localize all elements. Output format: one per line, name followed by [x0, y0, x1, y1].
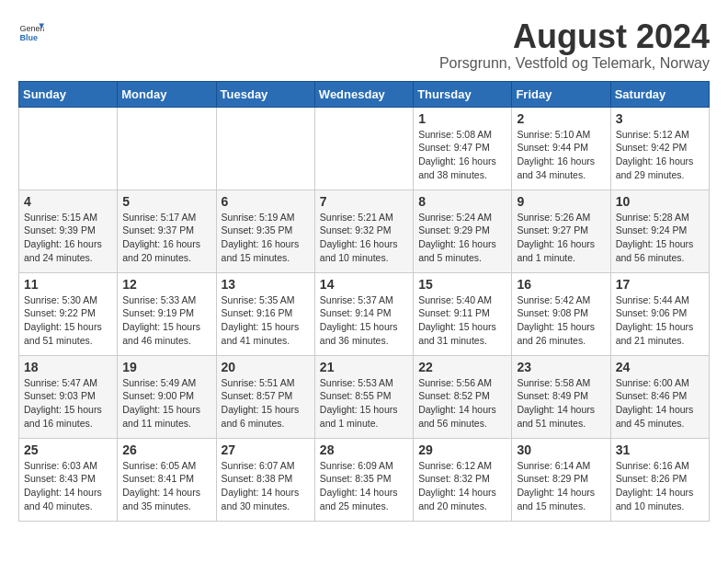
calendar-cell: 23Sunrise: 5:58 AMSunset: 8:49 PMDayligh… [512, 355, 610, 438]
calendar-cell: 4Sunrise: 5:15 AMSunset: 9:39 PMDaylight… [19, 190, 118, 272]
calendar-cell: 7Sunrise: 5:21 AMSunset: 9:32 PMDaylight… [314, 190, 413, 272]
calendar-cell: 6Sunrise: 5:19 AMSunset: 9:35 PMDaylight… [216, 190, 314, 272]
calendar-cell: 12Sunrise: 5:33 AMSunset: 9:19 PMDayligh… [118, 272, 216, 355]
calendar-week-5: 25Sunrise: 6:03 AMSunset: 8:43 PMDayligh… [19, 438, 710, 521]
calendar-cell: 19Sunrise: 5:49 AMSunset: 9:00 PMDayligh… [118, 355, 216, 438]
calendar-cell: 29Sunrise: 6:12 AMSunset: 8:32 PMDayligh… [414, 438, 512, 521]
calendar-week-1: 1Sunrise: 5:08 AMSunset: 9:47 PMDaylight… [19, 107, 710, 190]
calendar-cell [216, 107, 314, 190]
calendar-cell: 11Sunrise: 5:30 AMSunset: 9:22 PMDayligh… [19, 272, 118, 355]
day-number: 7 [320, 194, 408, 209]
calendar-cell: 31Sunrise: 6:16 AMSunset: 8:26 PMDayligh… [610, 438, 709, 521]
day-number: 8 [418, 194, 506, 209]
calendar-cell: 28Sunrise: 6:09 AMSunset: 8:35 PMDayligh… [314, 438, 413, 521]
day-number: 4 [24, 194, 112, 209]
day-info: Sunrise: 5:12 AMSunset: 9:42 PMDaylight:… [616, 128, 704, 182]
header-sunday: Sunday [19, 81, 118, 107]
calendar-cell: 2Sunrise: 5:10 AMSunset: 9:44 PMDaylight… [512, 107, 610, 190]
calendar-cell: 5Sunrise: 5:17 AMSunset: 9:37 PMDaylight… [118, 190, 216, 272]
calendar-subtitle: Porsgrunn, Vestfold og Telemark, Norway [439, 55, 710, 72]
day-number: 25 [24, 442, 112, 457]
day-info: Sunrise: 5:49 AMSunset: 9:00 PMDaylight:… [122, 376, 210, 431]
day-info: Sunrise: 5:51 AMSunset: 8:57 PMDaylight:… [222, 376, 310, 431]
calendar-table: Sunday Monday Tuesday Wednesday Thursday… [18, 81, 710, 522]
day-info: Sunrise: 5:26 AMSunset: 9:27 PMDaylight:… [517, 211, 605, 265]
calendar-week-3: 11Sunrise: 5:30 AMSunset: 9:22 PMDayligh… [19, 272, 710, 355]
day-number: 18 [24, 360, 112, 374]
calendar-cell: 17Sunrise: 5:44 AMSunset: 9:06 PMDayligh… [610, 272, 709, 355]
title-section: August 2024 Porsgrunn, Vestfold og Telem… [439, 18, 710, 72]
day-info: Sunrise: 5:58 AMSunset: 8:49 PMDaylight:… [517, 376, 605, 431]
day-info: Sunrise: 5:10 AMSunset: 9:44 PMDaylight:… [517, 128, 605, 182]
day-info: Sunrise: 5:47 AMSunset: 9:03 PMDaylight:… [24, 376, 112, 431]
header-wednesday: Wednesday [314, 81, 413, 107]
day-info: Sunrise: 6:00 AMSunset: 8:46 PMDaylight:… [616, 376, 704, 431]
day-number: 29 [418, 442, 506, 457]
day-number: 9 [517, 194, 605, 209]
day-number: 19 [122, 360, 210, 374]
day-number: 20 [222, 360, 310, 374]
day-number: 1 [418, 111, 506, 126]
calendar-cell: 21Sunrise: 5:53 AMSunset: 8:55 PMDayligh… [314, 355, 413, 438]
day-number: 30 [517, 442, 605, 457]
day-number: 5 [122, 194, 210, 209]
logo: General Blue [18, 18, 44, 44]
day-number: 21 [320, 360, 408, 374]
calendar-cell: 1Sunrise: 5:08 AMSunset: 9:47 PMDaylight… [414, 107, 512, 190]
day-number: 27 [222, 442, 310, 457]
day-info: Sunrise: 5:56 AMSunset: 8:52 PMDaylight:… [418, 376, 506, 431]
day-number: 13 [222, 277, 310, 292]
svg-text:Blue: Blue [19, 33, 38, 42]
calendar-cell: 14Sunrise: 5:37 AMSunset: 9:14 PMDayligh… [314, 272, 413, 355]
calendar-cell: 25Sunrise: 6:03 AMSunset: 8:43 PMDayligh… [19, 438, 118, 521]
day-info: Sunrise: 6:09 AMSunset: 8:35 PMDaylight:… [320, 459, 408, 513]
calendar-cell: 3Sunrise: 5:12 AMSunset: 9:42 PMDaylight… [610, 107, 709, 190]
day-number: 6 [222, 194, 310, 209]
day-info: Sunrise: 6:05 AMSunset: 8:41 PMDaylight:… [122, 459, 210, 513]
day-info: Sunrise: 5:08 AMSunset: 9:47 PMDaylight:… [418, 128, 506, 182]
calendar-cell: 10Sunrise: 5:28 AMSunset: 9:24 PMDayligh… [610, 190, 709, 272]
day-number: 22 [418, 360, 506, 374]
day-number: 17 [616, 277, 704, 292]
calendar-cell: 24Sunrise: 6:00 AMSunset: 8:46 PMDayligh… [610, 355, 709, 438]
header-friday: Friday [512, 81, 610, 107]
calendar-cell: 13Sunrise: 5:35 AMSunset: 9:16 PMDayligh… [216, 272, 314, 355]
day-info: Sunrise: 5:37 AMSunset: 9:14 PMDaylight:… [320, 293, 408, 348]
calendar-title: August 2024 [439, 18, 710, 55]
day-info: Sunrise: 5:44 AMSunset: 9:06 PMDaylight:… [616, 293, 704, 348]
day-info: Sunrise: 5:28 AMSunset: 9:24 PMDaylight:… [616, 211, 704, 265]
day-info: Sunrise: 5:19 AMSunset: 9:35 PMDaylight:… [222, 211, 310, 265]
header-tuesday: Tuesday [216, 81, 314, 107]
day-info: Sunrise: 5:40 AMSunset: 9:11 PMDaylight:… [418, 293, 506, 348]
day-number: 23 [517, 360, 605, 374]
calendar-cell [314, 107, 413, 190]
day-info: Sunrise: 5:33 AMSunset: 9:19 PMDaylight:… [122, 293, 210, 348]
day-info: Sunrise: 5:15 AMSunset: 9:39 PMDaylight:… [24, 211, 112, 265]
header-row: Sunday Monday Tuesday Wednesday Thursday… [19, 81, 710, 107]
day-number: 31 [616, 442, 704, 457]
calendar-cell: 26Sunrise: 6:05 AMSunset: 8:41 PMDayligh… [118, 438, 216, 521]
calendar-cell: 27Sunrise: 6:07 AMSunset: 8:38 PMDayligh… [216, 438, 314, 521]
day-number: 2 [517, 111, 605, 126]
logo-icon: General Blue [18, 18, 44, 44]
header: General Blue August 2024 Porsgrunn, Vest… [18, 18, 710, 72]
calendar-week-2: 4Sunrise: 5:15 AMSunset: 9:39 PMDaylight… [19, 190, 710, 272]
header-saturday: Saturday [610, 81, 709, 107]
day-info: Sunrise: 6:14 AMSunset: 8:29 PMDaylight:… [517, 459, 605, 513]
day-number: 14 [320, 277, 408, 292]
day-number: 3 [616, 111, 704, 126]
calendar-week-4: 18Sunrise: 5:47 AMSunset: 9:03 PMDayligh… [19, 355, 710, 438]
day-number: 11 [24, 277, 112, 292]
day-number: 24 [616, 360, 704, 374]
calendar-cell: 18Sunrise: 5:47 AMSunset: 9:03 PMDayligh… [19, 355, 118, 438]
calendar-cell: 9Sunrise: 5:26 AMSunset: 9:27 PMDaylight… [512, 190, 610, 272]
day-number: 26 [122, 442, 210, 457]
day-info: Sunrise: 5:17 AMSunset: 9:37 PMDaylight:… [122, 211, 210, 265]
day-info: Sunrise: 6:16 AMSunset: 8:26 PMDaylight:… [616, 459, 704, 513]
day-number: 10 [616, 194, 704, 209]
day-info: Sunrise: 5:35 AMSunset: 9:16 PMDaylight:… [222, 293, 310, 348]
day-info: Sunrise: 5:30 AMSunset: 9:22 PMDaylight:… [24, 293, 112, 348]
calendar-cell: 8Sunrise: 5:24 AMSunset: 9:29 PMDaylight… [414, 190, 512, 272]
day-info: Sunrise: 5:21 AMSunset: 9:32 PMDaylight:… [320, 211, 408, 265]
day-info: Sunrise: 6:07 AMSunset: 8:38 PMDaylight:… [222, 459, 310, 513]
